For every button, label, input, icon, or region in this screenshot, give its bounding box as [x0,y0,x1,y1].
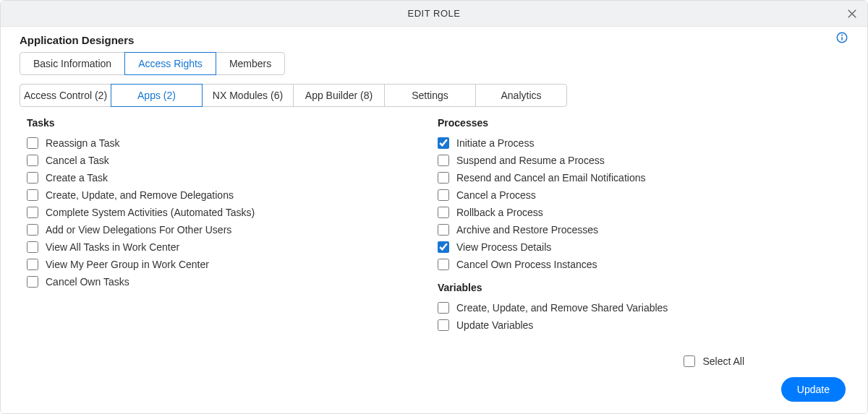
variables-checkbox[interactable] [438,302,449,314]
modal-footer: Select All Update [1,347,867,413]
processes-permission-label: View Process Details [456,241,551,253]
processes-checkbox[interactable] [438,224,449,236]
select-all-row[interactable]: Select All [684,355,744,367]
tasks-permission-label: View My Peer Group in Work Center [46,259,209,270]
sub-tab-app-builder-8-[interactable]: App Builder (8) [293,84,385,107]
processes-checkbox[interactable] [438,189,449,201]
tasks-permission-label: Add or View Delegations For Other Users [46,224,231,236]
sub-tab-apps-2-[interactable]: Apps (2) [111,84,203,107]
tasks-permission-row[interactable]: Create, Update, and Remove Delegations [27,186,438,204]
processes-section-title: Processes [438,117,848,129]
close-icon[interactable] [846,7,859,20]
main-tab-access-rights[interactable]: Access Rights [124,52,216,75]
tasks-checkbox[interactable] [27,207,38,218]
sub-tab-settings[interactable]: Settings [384,84,476,107]
processes-permission-label: Archive and Restore Processes [456,224,598,236]
tasks-permission-row[interactable]: Cancel Own Tasks [27,273,438,290]
processes-checkbox[interactable] [438,241,449,253]
processes-permission-row[interactable]: Archive and Restore Processes [438,221,848,238]
processes-permission-label: Rollback a Process [456,207,543,218]
sub-tab-row: Access Control (2)Apps (2)NX Modules (6)… [20,84,848,107]
variables-permission-row[interactable]: Update Variables [438,316,848,334]
tasks-checkbox[interactable] [27,259,38,270]
variables-permission-label: Create, Update, and Remove Shared Variab… [456,302,668,314]
main-tab-row: Basic InformationAccess RightsMembers [20,52,848,75]
tasks-permission-label: View All Tasks in Work Center [46,241,179,253]
tasks-permission-row[interactable]: Reassign a Task [27,134,438,152]
tasks-permission-row[interactable]: View My Peer Group in Work Center [27,256,438,273]
tasks-checkbox[interactable] [27,276,38,288]
tasks-permission-label: Complete System Activities (Automated Ta… [46,207,255,218]
processes-permission-row[interactable]: Cancel a Process [438,186,848,204]
tasks-permission-row[interactable]: View All Tasks in Work Center [27,238,438,256]
svg-point-4 [842,35,843,35]
processes-checkbox[interactable] [438,155,449,166]
sub-tab-nx-modules-6-[interactable]: NX Modules (6) [202,84,294,107]
tasks-permission-row[interactable]: Add or View Delegations For Other Users [27,221,438,238]
modal-title: EDIT ROLE [408,8,461,19]
processes-permission-row[interactable]: Rollback a Process [438,204,848,221]
tasks-permission-row[interactable]: Cancel a Task [27,152,438,169]
tasks-checkbox[interactable] [27,241,38,253]
processes-permission-row[interactable]: Initiate a Process [438,134,848,152]
tasks-permission-label: Reassign a Task [46,137,119,149]
select-all-label: Select All [702,355,744,367]
processes-permission-label: Cancel a Process [456,189,536,201]
info-icon[interactable] [835,31,848,44]
tasks-section-title: Tasks [27,117,438,129]
tasks-permission-row[interactable]: Create a Task [27,169,438,186]
select-all-checkbox[interactable] [684,355,695,367]
role-name: Application Designers [20,34,848,46]
variables-checkbox[interactable] [438,319,449,331]
tasks-checkbox[interactable] [27,224,38,236]
tasks-permission-row[interactable]: Complete System Activities (Automated Ta… [27,204,438,221]
processes-checkbox[interactable] [438,137,449,149]
tasks-column: Tasks Reassign a TaskCancel a TaskCreate… [27,117,438,334]
variables-permission-label: Update Variables [456,319,533,331]
processes-checkbox[interactable] [438,172,449,184]
update-button[interactable]: Update [781,377,846,402]
tasks-checkbox[interactable] [27,155,38,166]
modal-header: EDIT ROLE [1,1,867,27]
processes-permission-row[interactable]: Resend and Cancel an Email Notifications [438,169,848,186]
tasks-permission-label: Cancel a Task [46,155,109,166]
tasks-permission-label: Create a Task [46,172,108,184]
sub-tab-access-control-2-[interactable]: Access Control (2) [20,84,111,107]
processes-permission-row[interactable]: View Process Details [438,238,848,256]
sub-tab-analytics[interactable]: Analytics [475,84,567,107]
processes-permission-label: Resend and Cancel an Email Notifications [456,172,645,184]
tasks-permission-label: Cancel Own Tasks [46,276,129,288]
tasks-checkbox[interactable] [27,189,38,201]
variables-permission-row[interactable]: Create, Update, and Remove Shared Variab… [438,299,848,316]
processes-column: Processes Initiate a ProcessSuspend and … [438,117,848,334]
processes-permission-label: Cancel Own Process Instances [456,259,597,270]
processes-permission-row[interactable]: Suspend and Resume a Process [438,152,848,169]
main-tab-basic-information[interactable]: Basic Information [20,52,125,75]
tasks-permission-label: Create, Update, and Remove Delegations [46,189,234,201]
variables-section-title: Variables [438,282,848,293]
processes-checkbox[interactable] [438,207,449,218]
processes-permission-label: Suspend and Resume a Process [456,155,605,166]
permissions-scroll-area[interactable]: Tasks Reassign a TaskCancel a TaskCreate… [20,117,848,350]
processes-permission-row[interactable]: Cancel Own Process Instances [438,256,848,273]
processes-permission-label: Initiate a Process [456,137,534,149]
main-tab-members[interactable]: Members [216,52,285,75]
tasks-checkbox[interactable] [27,137,38,149]
processes-checkbox[interactable] [438,259,449,270]
tasks-checkbox[interactable] [27,172,38,184]
